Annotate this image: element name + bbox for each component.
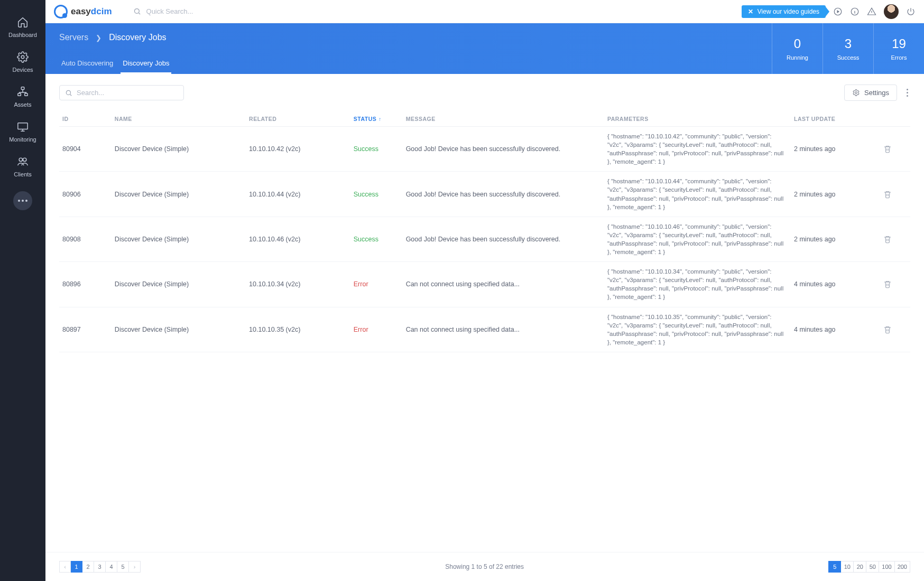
cell-message: Good Job! Device has been successfully d… xyxy=(403,217,604,261)
svg-point-5 xyxy=(19,158,22,161)
cell-id: 80896 xyxy=(59,262,112,307)
gear-icon xyxy=(16,51,29,63)
sidebar-item-label: Assets xyxy=(14,101,31,108)
delete-button[interactable] xyxy=(880,262,910,307)
page-3[interactable]: 3 xyxy=(94,561,106,573)
cell-last-update: 2 minutes ago xyxy=(791,127,880,172)
col-status[interactable]: STATUS↑ xyxy=(350,111,403,127)
table-footer: ‹12345› Showing 1 to 5 of 22 entries 510… xyxy=(45,552,924,581)
col-name[interactable]: NAME xyxy=(112,111,246,127)
delete-button[interactable] xyxy=(880,172,910,217)
tab-discovery-jobs[interactable]: Discovery Jobs xyxy=(121,54,171,74)
alert-icon[interactable] xyxy=(867,7,876,16)
cell-id: 80904 xyxy=(59,127,112,172)
pagination: ‹12345› xyxy=(59,561,141,573)
cell-name: Discover Device (Simple) xyxy=(112,217,246,261)
page-size-50[interactable]: 50 xyxy=(866,561,879,573)
table-row[interactable]: 80896Discover Device (Simple)10.10.10.34… xyxy=(59,262,910,307)
logo-mark-icon xyxy=(54,5,68,18)
sitemap-icon xyxy=(16,86,29,98)
monitor-icon xyxy=(16,120,29,133)
svg-point-7 xyxy=(134,9,139,14)
info-icon[interactable] xyxy=(850,7,860,16)
svg-point-10 xyxy=(66,90,70,95)
global-search-input[interactable] xyxy=(146,7,305,15)
page-prev[interactable]: ‹ xyxy=(59,561,71,573)
table-row[interactable]: 80906Discover Device (Simple)10.10.10.44… xyxy=(59,172,910,217)
page-1[interactable]: 1 xyxy=(71,561,82,573)
close-icon[interactable]: ✕ xyxy=(748,8,753,15)
stat-success[interactable]: 3 Success xyxy=(823,23,873,74)
svg-point-11 xyxy=(855,92,857,94)
topbar: easydcim ✕ View our video guides xyxy=(45,0,924,23)
page-size-100[interactable]: 100 xyxy=(879,561,894,573)
page-5[interactable]: 5 xyxy=(117,561,129,573)
global-search[interactable] xyxy=(133,7,742,15)
delete-button[interactable] xyxy=(880,217,910,261)
page-size-selector: 5102050100200 xyxy=(828,561,910,573)
cell-id: 80906 xyxy=(59,172,112,217)
power-icon[interactable] xyxy=(906,7,916,16)
table-search-input[interactable] xyxy=(77,89,178,97)
sidebar-item-monitoring[interactable]: Monitoring xyxy=(0,114,45,149)
page-size-10[interactable]: 10 xyxy=(841,561,854,573)
cell-id: 80908 xyxy=(59,217,112,261)
sidebar-item-label: Monitoring xyxy=(9,136,36,143)
cell-status: Success xyxy=(350,217,403,261)
stat-running[interactable]: 0 Running xyxy=(772,23,823,74)
svg-rect-1 xyxy=(21,87,24,90)
page-size-200[interactable]: 200 xyxy=(895,561,910,573)
page-next[interactable]: › xyxy=(129,561,141,573)
svg-point-6 xyxy=(23,158,26,161)
table-row[interactable]: 80908Discover Device (Simple)10.10.10.46… xyxy=(59,217,910,261)
delete-button[interactable] xyxy=(880,307,910,352)
sidebar-item-clients[interactable]: Clients xyxy=(0,149,45,184)
settings-label: Settings xyxy=(864,89,889,97)
trash-icon xyxy=(883,235,907,243)
cell-name: Discover Device (Simple) xyxy=(112,262,246,307)
delete-button[interactable] xyxy=(880,127,910,172)
cell-id: 80897 xyxy=(59,307,112,352)
breadcrumb-parent[interactable]: Servers xyxy=(59,33,88,42)
page-2[interactable]: 2 xyxy=(82,561,94,573)
logo[interactable]: easydcim xyxy=(54,5,112,18)
sidebar-item-dashboard[interactable]: Dashboard xyxy=(0,10,45,44)
sidebar-more-button[interactable] xyxy=(13,191,32,210)
table-row[interactable]: 80897Discover Device (Simple)10.10.10.35… xyxy=(59,307,910,352)
settings-button[interactable]: Settings xyxy=(844,85,897,101)
play-icon[interactable] xyxy=(833,7,843,16)
cell-message: Can not connect using specified data... xyxy=(403,262,604,307)
sidebar-item-label: Devices xyxy=(12,67,33,73)
table-row[interactable]: 80904Discover Device (Simple)10.10.10.42… xyxy=(59,127,910,172)
more-options-button[interactable] xyxy=(904,87,910,99)
table-wrapper: ID NAME RELATED STATUS↑ MESSAGE PARAMETE… xyxy=(45,111,924,552)
cell-status: Error xyxy=(350,262,403,307)
sidebar-item-assets[interactable]: Assets xyxy=(0,79,45,114)
page-size-20[interactable]: 20 xyxy=(854,561,866,573)
cell-parameters: { "hostname": "10.10.10.46", "community"… xyxy=(604,217,791,261)
col-related[interactable]: RELATED xyxy=(246,111,350,127)
tab-auto-discovering[interactable]: Auto Discovering xyxy=(59,54,115,74)
video-guides-button[interactable]: ✕ View our video guides xyxy=(742,5,826,18)
cell-status: Success xyxy=(350,127,403,172)
avatar[interactable] xyxy=(884,4,899,19)
home-icon xyxy=(16,16,29,29)
discovery-jobs-table: ID NAME RELATED STATUS↑ MESSAGE PARAMETE… xyxy=(59,111,910,352)
col-last-update[interactable]: LAST UPDATE xyxy=(791,111,880,127)
table-search[interactable] xyxy=(59,85,184,100)
page-size-5[interactable]: 5 xyxy=(828,561,841,573)
trash-icon xyxy=(883,280,907,288)
col-id[interactable]: ID xyxy=(59,111,112,127)
entries-summary: Showing 1 to 5 of 22 entries xyxy=(445,563,524,570)
page-title: Discovery Jobs xyxy=(109,33,166,42)
col-message[interactable]: MESSAGE xyxy=(403,111,604,127)
cell-status: Success xyxy=(350,172,403,217)
stat-errors[interactable]: 19 Errors xyxy=(873,23,924,74)
col-parameters[interactable]: PARAMETERS xyxy=(604,111,791,127)
logo-text: easydcim xyxy=(71,6,112,17)
page-4[interactable]: 4 xyxy=(106,561,117,573)
sidebar-item-devices[interactable]: Devices xyxy=(0,44,45,79)
cell-name: Discover Device (Simple) xyxy=(112,172,246,217)
table-toolbar: Settings xyxy=(45,74,924,111)
page-header: Servers ❯ Discovery Jobs Auto Discoverin… xyxy=(45,23,924,74)
